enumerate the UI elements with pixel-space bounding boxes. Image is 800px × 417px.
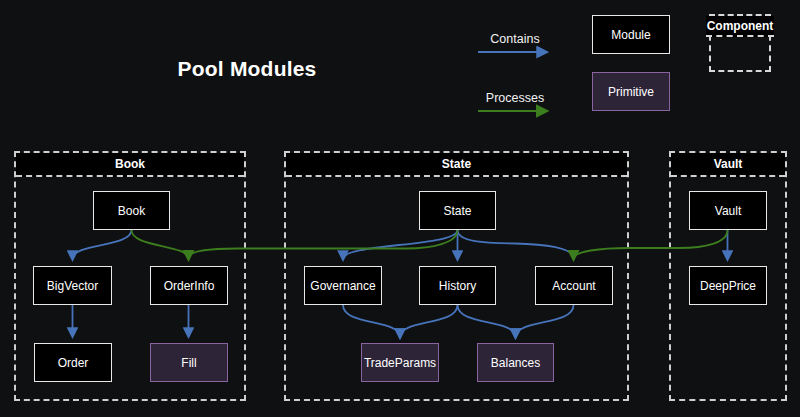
node-book: Book <box>93 191 170 230</box>
node-orderinfo: OrderInfo <box>150 266 228 305</box>
node-order: Order <box>34 343 112 382</box>
node-balances-label: Balances <box>491 356 540 370</box>
node-vault-label: Vault <box>715 204 741 218</box>
node-history: History <box>419 266 496 305</box>
edge-book-orderinfo <box>132 230 189 259</box>
node-bigvector-label: BigVector <box>47 279 98 293</box>
node-balances: Balances <box>477 343 554 382</box>
edge-governance-tradeparams <box>343 305 400 337</box>
legend-component-label: Component <box>706 16 774 37</box>
node-state: State <box>419 191 496 230</box>
edge-account-balances <box>516 305 574 337</box>
node-governance: Governance <box>304 266 382 305</box>
node-tradeparams: TradeParams <box>361 343 439 382</box>
edge-history-tradeparams <box>400 305 458 337</box>
legend-module-label: Module <box>611 28 650 42</box>
node-account: Account <box>535 266 613 305</box>
node-deepprice-label: DeepPrice <box>700 279 756 293</box>
node-fill: Fill <box>150 343 228 382</box>
diagram-canvas: Pool Modules Contains Processes Module P… <box>0 0 800 417</box>
edge-state-orderinfo <box>189 230 458 258</box>
node-bigvector: BigVector <box>33 266 112 305</box>
node-orderinfo-label: OrderInfo <box>164 279 215 293</box>
legend-module-box: Module <box>592 15 670 54</box>
edge-history-balances <box>458 305 516 337</box>
legend-primitive-box: Primitive <box>592 72 670 111</box>
node-governance-label: Governance <box>310 279 375 293</box>
node-history-label: History <box>439 279 476 293</box>
node-book-label: Book <box>118 204 145 218</box>
node-order-label: Order <box>58 356 89 370</box>
edge-book-bigvector <box>73 230 132 259</box>
node-vault: Vault <box>689 191 767 230</box>
edge-state-account <box>458 230 574 258</box>
edge-vault-account <box>574 230 728 259</box>
node-tradeparams-label: TradeParams <box>364 356 436 370</box>
node-deepprice: DeepPrice <box>689 266 767 305</box>
node-account-label: Account <box>552 279 595 293</box>
node-state-label: State <box>443 204 471 218</box>
legend-primitive-label: Primitive <box>608 85 654 99</box>
node-fill-label: Fill <box>181 356 196 370</box>
legend-component-box: Component <box>709 14 771 72</box>
